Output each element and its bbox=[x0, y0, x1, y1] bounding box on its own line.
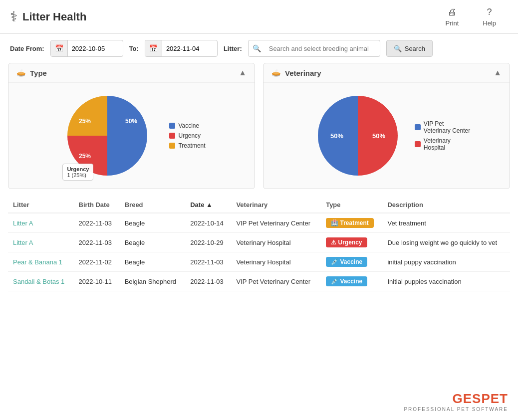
date-to-calendar-button[interactable]: 📅 bbox=[145, 40, 162, 56]
cell-date: 2022-10-29 bbox=[185, 233, 231, 252]
date-from-calendar-button[interactable]: 📅 bbox=[51, 40, 68, 56]
col-veterinary[interactable]: Veterinary bbox=[231, 197, 321, 213]
date-to-label: To: bbox=[129, 45, 139, 52]
cell-litter[interactable]: Sandali & Botas 1 bbox=[8, 272, 74, 291]
health-table: Litter Birth Date Breed Date ▲ Veterinar… bbox=[8, 197, 510, 291]
date-from-input[interactable] bbox=[68, 45, 123, 52]
type-chart-card: 🥧 Type ▲ 50% 25% bbox=[8, 63, 255, 189]
cell-birth-date: 2022-11-02 bbox=[74, 252, 120, 272]
vet-chart-icon: 🥧 bbox=[271, 68, 281, 77]
cell-veterinary: VIP Pet Veterinary Center bbox=[231, 213, 321, 233]
stethoscope-icon: ⚕ bbox=[10, 8, 17, 25]
vet-chart-toggle[interactable]: ▲ bbox=[494, 68, 502, 77]
header-left: ⚕ Litter Health bbox=[10, 8, 86, 25]
footer-logo: GESPET bbox=[404, 391, 508, 407]
cell-description: Due losing weight we go quickly to vet bbox=[382, 233, 510, 252]
help-button[interactable]: ? Help bbox=[471, 3, 508, 31]
cell-description: initial puppy vaccination bbox=[382, 252, 510, 272]
date-from-label: Date From: bbox=[10, 45, 44, 52]
vet-chart-card: 🥧 Veterinary ▲ 50% 50% bbox=[263, 63, 510, 189]
legend-urgency: Urgency bbox=[169, 132, 205, 139]
cell-litter[interactable]: Litter A bbox=[8, 233, 74, 252]
cell-type: 🏥 Treatment bbox=[321, 213, 382, 233]
vet-chart-title: Veterinary bbox=[285, 69, 321, 77]
litter-search-wrap: 🔍 bbox=[248, 40, 380, 57]
type-chart-title: Type bbox=[30, 69, 47, 77]
svg-text:50%: 50% bbox=[125, 118, 137, 125]
type-badge: 💉 Vaccine bbox=[326, 257, 367, 267]
col-description[interactable]: Description bbox=[382, 197, 510, 213]
search-button[interactable]: 🔍 Search bbox=[386, 40, 433, 57]
vet-pie-chart: 50% 50% bbox=[303, 91, 403, 181]
type-chart-header: 🥧 Type ▲ bbox=[8, 63, 255, 83]
legend-vaccine: Vaccine bbox=[169, 122, 205, 129]
cell-litter[interactable]: Litter A bbox=[8, 213, 74, 233]
type-chart-title-wrap: 🥧 Type bbox=[16, 68, 47, 77]
cell-birth-date: 2022-11-03 bbox=[74, 213, 120, 233]
logo-pet: PET bbox=[481, 391, 508, 406]
cell-date: 2022-11-03 bbox=[185, 252, 231, 272]
cell-breed: Beagle bbox=[120, 233, 186, 252]
table-row: Pear & Banana 1 2022-11-02 Beagle 2022-1… bbox=[8, 252, 510, 272]
type-badge: ⚠ Urgency bbox=[326, 237, 367, 247]
cell-breed: Beagle bbox=[120, 252, 186, 272]
vip-dot bbox=[415, 124, 421, 130]
urgency-label: Urgency bbox=[178, 132, 201, 139]
logo-ges: GES bbox=[453, 391, 482, 406]
litter-label: Litter: bbox=[224, 45, 242, 52]
cell-type: 💉 Vaccine bbox=[321, 252, 382, 272]
litter-search-input[interactable] bbox=[265, 45, 380, 52]
date-to-wrap: 📅 bbox=[145, 40, 218, 57]
vet-chart-legend: VIP PetVeterinary Center VeterinaryHospi… bbox=[415, 120, 470, 151]
cell-veterinary: VIP Pet Veterinary Center bbox=[231, 272, 321, 291]
table-body: Litter A 2022-11-03 Beagle 2022-10-14 VI… bbox=[8, 213, 510, 291]
help-label: Help bbox=[483, 19, 496, 27]
date-from-wrap: 📅 bbox=[50, 40, 123, 57]
col-litter[interactable]: Litter bbox=[8, 197, 74, 213]
vet-chart-title-wrap: 🥧 Veterinary bbox=[271, 68, 321, 77]
cell-type: 💉 Vaccine bbox=[321, 272, 382, 291]
urgency-dot bbox=[169, 133, 175, 139]
svg-text:50%: 50% bbox=[372, 132, 385, 140]
vet-chart-body: 50% 50% VIP PetVeterinary Center Veterin… bbox=[263, 83, 510, 189]
vet-hospital-dot bbox=[415, 141, 421, 147]
cell-date: 2022-11-03 bbox=[185, 272, 231, 291]
svg-text:50%: 50% bbox=[330, 132, 343, 140]
type-badge: 🏥 Treatment bbox=[326, 218, 374, 228]
cell-breed: Belgian Shepherd bbox=[120, 272, 186, 291]
toolbar: Date From: 📅 To: 📅 Litter: 🔍 🔍 Search bbox=[0, 34, 518, 63]
page-title: Litter Health bbox=[22, 10, 86, 23]
table-header: Litter Birth Date Breed Date ▲ Veterinar… bbox=[8, 197, 510, 213]
print-label: Print bbox=[446, 19, 459, 27]
col-breed[interactable]: Breed bbox=[120, 197, 186, 213]
data-table-section: Litter Birth Date Breed Date ▲ Veterinar… bbox=[0, 197, 518, 291]
search-btn-label: Search bbox=[405, 45, 425, 52]
litter-search-icon: 🔍 bbox=[249, 44, 265, 52]
treatment-label: Treatment bbox=[178, 142, 205, 149]
print-icon: 🖨 bbox=[448, 7, 457, 17]
type-chart-legend: Vaccine Urgency Treatment bbox=[169, 122, 205, 149]
date-to-input[interactable] bbox=[162, 45, 217, 52]
vaccine-dot bbox=[169, 123, 175, 129]
svg-text:25%: 25% bbox=[79, 153, 91, 160]
legend-vet-hospital: VeterinaryHospital bbox=[415, 137, 470, 151]
cell-litter[interactable]: Pear & Banana 1 bbox=[8, 252, 74, 272]
vet-hospital-label: VeterinaryHospital bbox=[424, 137, 451, 151]
col-type[interactable]: Type bbox=[321, 197, 382, 213]
col-birth-date[interactable]: Birth Date bbox=[74, 197, 120, 213]
vet-chart-header: 🥧 Veterinary ▲ bbox=[263, 63, 510, 83]
legend-vip: VIP PetVeterinary Center bbox=[415, 120, 470, 134]
cell-date: 2022-10-14 bbox=[185, 213, 231, 233]
col-date[interactable]: Date ▲ bbox=[185, 197, 231, 213]
print-button[interactable]: 🖨 Print bbox=[434, 3, 471, 31]
cell-breed: Beagle bbox=[120, 213, 186, 233]
table-row: Litter A 2022-11-03 Beagle 2022-10-14 VI… bbox=[8, 213, 510, 233]
charts-row: 🥧 Type ▲ 50% 25% bbox=[0, 63, 518, 189]
table-row: Sandali & Botas 1 2022-10-11 Belgian She… bbox=[8, 272, 510, 291]
type-chart-icon: 🥧 bbox=[16, 68, 26, 77]
legend-treatment: Treatment bbox=[169, 142, 205, 149]
cell-veterinary: Veterinary Hospital bbox=[231, 233, 321, 252]
type-chart-toggle[interactable]: ▲ bbox=[239, 68, 247, 77]
type-chart-body: 50% 25% 25% Urgency 1 (25%) Vaccine Urge… bbox=[8, 83, 255, 189]
type-badge: 💉 Vaccine bbox=[326, 276, 367, 286]
